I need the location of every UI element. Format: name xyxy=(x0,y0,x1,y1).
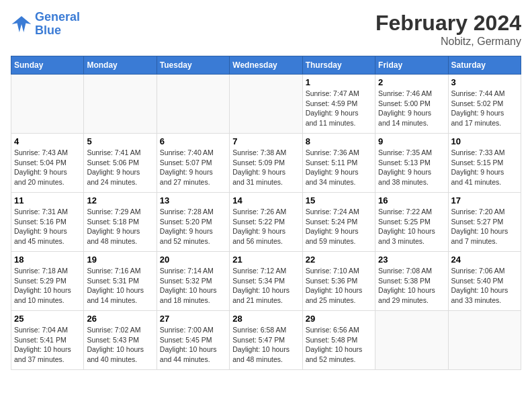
day-info: Sunrise: 7:31 AMSunset: 5:16 PMDaylight:… xyxy=(14,207,81,246)
day-info: Sunrise: 7:16 AMSunset: 5:31 PMDaylight:… xyxy=(87,266,153,306)
day-info: Sunrise: 6:58 AMSunset: 5:47 PMDaylight:… xyxy=(232,325,299,365)
weekday-header-friday: Friday xyxy=(375,56,448,75)
calendar-cell: 21Sunrise: 7:12 AMSunset: 5:34 PMDayligh… xyxy=(230,252,302,311)
calendar-cell: 4Sunrise: 7:43 AMSunset: 5:04 PMDaylight… xyxy=(11,134,84,193)
day-number: 25 xyxy=(14,314,81,324)
day-number: 28 xyxy=(232,314,299,324)
day-number: 22 xyxy=(306,255,372,265)
day-info: Sunrise: 7:36 AMSunset: 5:11 PMDaylight:… xyxy=(306,148,372,187)
day-info: Sunrise: 7:06 AMSunset: 5:40 PMDaylight:… xyxy=(451,266,518,306)
day-number: 20 xyxy=(160,255,226,265)
day-number: 10 xyxy=(451,136,518,146)
weekday-header-wednesday: Wednesday xyxy=(230,56,302,75)
calendar-body: 1Sunrise: 7:47 AMSunset: 4:59 PMDaylight… xyxy=(11,75,521,370)
day-info: Sunrise: 7:35 AMSunset: 5:13 PMDaylight:… xyxy=(378,148,445,187)
day-info: Sunrise: 7:29 AMSunset: 5:18 PMDaylight:… xyxy=(87,207,153,246)
calendar-cell xyxy=(84,75,157,134)
calendar-cell: 12Sunrise: 7:29 AMSunset: 5:18 PMDayligh… xyxy=(84,193,157,252)
day-info: Sunrise: 7:38 AMSunset: 5:09 PMDaylight:… xyxy=(232,148,299,187)
calendar-header: SundayMondayTuesdayWednesdayThursdayFrid… xyxy=(11,56,521,75)
day-number: 14 xyxy=(232,195,299,205)
day-info: Sunrise: 7:41 AMSunset: 5:06 PMDaylight:… xyxy=(87,148,153,187)
day-number: 24 xyxy=(451,255,518,265)
day-number: 23 xyxy=(378,255,445,265)
day-number: 27 xyxy=(160,314,226,324)
weekday-header-saturday: Saturday xyxy=(448,56,521,75)
calendar-cell: 1Sunrise: 7:47 AMSunset: 4:59 PMDaylight… xyxy=(302,75,375,134)
calendar-cell: 19Sunrise: 7:16 AMSunset: 5:31 PMDayligh… xyxy=(84,252,157,311)
day-number: 17 xyxy=(451,195,518,205)
week-row-5: 25Sunrise: 7:04 AMSunset: 5:41 PMDayligh… xyxy=(11,311,521,370)
calendar-cell: 15Sunrise: 7:24 AMSunset: 5:24 PMDayligh… xyxy=(302,193,375,252)
week-row-1: 1Sunrise: 7:47 AMSunset: 4:59 PMDaylight… xyxy=(11,75,521,134)
weekday-header-row: SundayMondayTuesdayWednesdayThursdayFrid… xyxy=(11,56,521,75)
calendar-cell: 5Sunrise: 7:41 AMSunset: 5:06 PMDaylight… xyxy=(84,134,157,193)
calendar-cell: 27Sunrise: 7:00 AMSunset: 5:45 PMDayligh… xyxy=(157,311,229,370)
calendar-cell: 24Sunrise: 7:06 AMSunset: 5:40 PMDayligh… xyxy=(448,252,521,311)
day-info: Sunrise: 7:40 AMSunset: 5:07 PMDaylight:… xyxy=(160,148,226,187)
day-number: 16 xyxy=(378,195,445,205)
logo-text: General Blue xyxy=(35,11,80,38)
week-row-2: 4Sunrise: 7:43 AMSunset: 5:04 PMDaylight… xyxy=(11,134,521,193)
page-subtitle: Nobitz, Germany xyxy=(375,36,521,48)
day-number: 26 xyxy=(87,314,153,324)
weekday-header-sunday: Sunday xyxy=(11,56,84,75)
day-info: Sunrise: 7:22 AMSunset: 5:25 PMDaylight:… xyxy=(378,207,445,246)
page-header: General Blue February 2024 Nobitz, Germa… xyxy=(11,11,521,48)
calendar-cell: 8Sunrise: 7:36 AMSunset: 5:11 PMDaylight… xyxy=(302,134,375,193)
calendar-cell: 17Sunrise: 7:20 AMSunset: 5:27 PMDayligh… xyxy=(448,193,521,252)
calendar-cell: 2Sunrise: 7:46 AMSunset: 5:00 PMDaylight… xyxy=(375,75,448,134)
calendar-cell: 26Sunrise: 7:02 AMSunset: 5:43 PMDayligh… xyxy=(84,311,157,370)
day-info: Sunrise: 7:02 AMSunset: 5:43 PMDaylight:… xyxy=(87,325,153,365)
day-info: Sunrise: 7:46 AMSunset: 5:00 PMDaylight:… xyxy=(378,89,445,128)
day-number: 6 xyxy=(160,136,226,146)
day-info: Sunrise: 7:04 AMSunset: 5:41 PMDaylight:… xyxy=(14,325,81,365)
calendar-cell xyxy=(157,75,229,134)
logo: General Blue xyxy=(11,11,80,38)
day-number: 21 xyxy=(232,255,299,265)
day-info: Sunrise: 7:12 AMSunset: 5:34 PMDaylight:… xyxy=(232,266,299,306)
day-number: 8 xyxy=(306,136,372,146)
day-number: 4 xyxy=(14,136,81,146)
logo-icon xyxy=(11,13,32,35)
calendar-cell: 25Sunrise: 7:04 AMSunset: 5:41 PMDayligh… xyxy=(11,311,84,370)
day-info: Sunrise: 7:47 AMSunset: 4:59 PMDaylight:… xyxy=(306,89,372,128)
day-info: Sunrise: 7:24 AMSunset: 5:24 PMDaylight:… xyxy=(306,207,372,246)
day-info: Sunrise: 7:20 AMSunset: 5:27 PMDaylight:… xyxy=(451,207,518,246)
day-info: Sunrise: 7:14 AMSunset: 5:32 PMDaylight:… xyxy=(160,266,226,306)
calendar-cell: 16Sunrise: 7:22 AMSunset: 5:25 PMDayligh… xyxy=(375,193,448,252)
calendar-cell: 3Sunrise: 7:44 AMSunset: 5:02 PMDaylight… xyxy=(448,75,521,134)
calendar-cell: 20Sunrise: 7:14 AMSunset: 5:32 PMDayligh… xyxy=(157,252,229,311)
title-block: February 2024 Nobitz, Germany xyxy=(375,11,521,48)
weekday-header-tuesday: Tuesday xyxy=(157,56,229,75)
week-row-3: 11Sunrise: 7:31 AMSunset: 5:16 PMDayligh… xyxy=(11,193,521,252)
day-number: 18 xyxy=(14,255,81,265)
day-info: Sunrise: 7:26 AMSunset: 5:22 PMDaylight:… xyxy=(232,207,299,246)
calendar-cell: 22Sunrise: 7:10 AMSunset: 5:36 PMDayligh… xyxy=(302,252,375,311)
weekday-header-monday: Monday xyxy=(84,56,157,75)
day-number: 2 xyxy=(378,77,445,87)
calendar-cell: 9Sunrise: 7:35 AMSunset: 5:13 PMDaylight… xyxy=(375,134,448,193)
weekday-header-thursday: Thursday xyxy=(302,56,375,75)
page-title: February 2024 xyxy=(375,11,521,36)
calendar-cell: 23Sunrise: 7:08 AMSunset: 5:38 PMDayligh… xyxy=(375,252,448,311)
day-number: 7 xyxy=(232,136,299,146)
day-number: 5 xyxy=(87,136,153,146)
day-info: Sunrise: 7:00 AMSunset: 5:45 PMDaylight:… xyxy=(160,325,226,365)
day-number: 11 xyxy=(14,195,81,205)
calendar-cell: 29Sunrise: 6:56 AMSunset: 5:48 PMDayligh… xyxy=(302,311,375,370)
calendar-cell xyxy=(230,75,302,134)
day-info: Sunrise: 7:33 AMSunset: 5:15 PMDaylight:… xyxy=(451,148,518,187)
day-info: Sunrise: 7:18 AMSunset: 5:29 PMDaylight:… xyxy=(14,266,81,306)
day-info: Sunrise: 7:08 AMSunset: 5:38 PMDaylight:… xyxy=(378,266,445,306)
calendar-cell: 18Sunrise: 7:18 AMSunset: 5:29 PMDayligh… xyxy=(11,252,84,311)
day-number: 3 xyxy=(451,77,518,87)
calendar-cell: 10Sunrise: 7:33 AMSunset: 5:15 PMDayligh… xyxy=(448,134,521,193)
calendar-cell: 14Sunrise: 7:26 AMSunset: 5:22 PMDayligh… xyxy=(230,193,302,252)
day-info: Sunrise: 7:43 AMSunset: 5:04 PMDaylight:… xyxy=(14,148,81,187)
day-number: 19 xyxy=(87,255,153,265)
day-info: Sunrise: 6:56 AMSunset: 5:48 PMDaylight:… xyxy=(306,325,372,365)
calendar-cell: 6Sunrise: 7:40 AMSunset: 5:07 PMDaylight… xyxy=(157,134,229,193)
week-row-4: 18Sunrise: 7:18 AMSunset: 5:29 PMDayligh… xyxy=(11,252,521,311)
calendar-cell: 11Sunrise: 7:31 AMSunset: 5:16 PMDayligh… xyxy=(11,193,84,252)
